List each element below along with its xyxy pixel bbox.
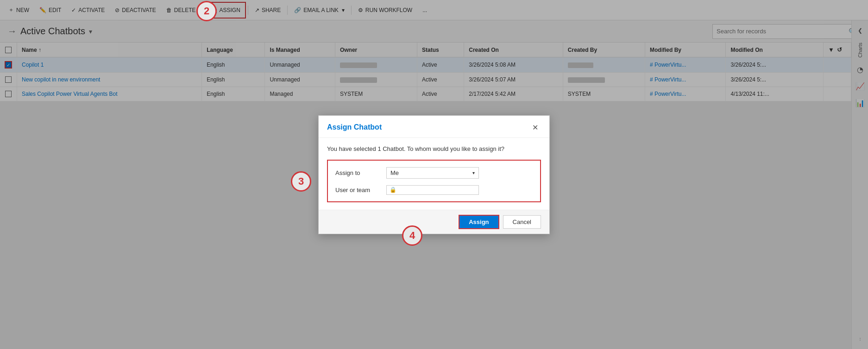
modal-overlay: Assign Chatbot ✕ You have selected 1 Cha… bbox=[0, 0, 868, 101]
